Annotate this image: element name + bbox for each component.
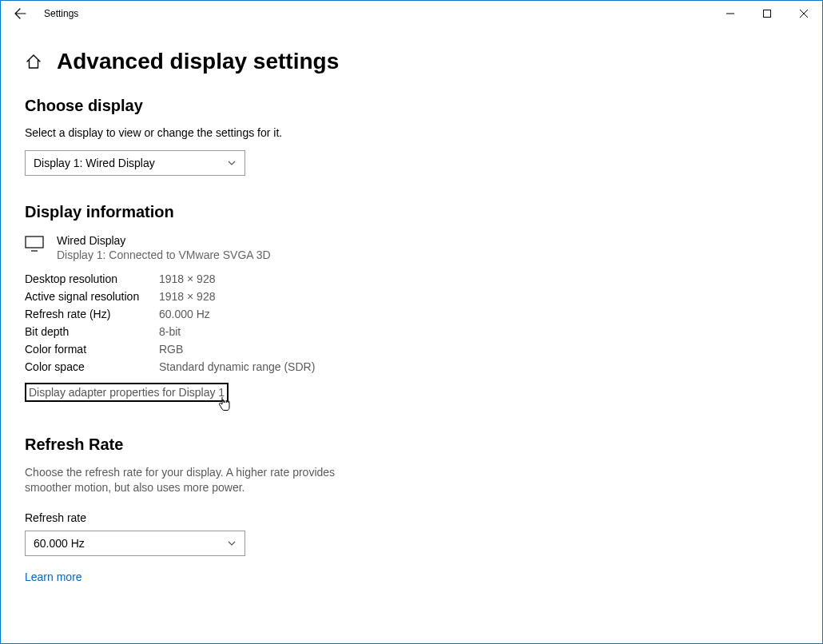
info-row: Desktop resolution1918 × 928 (25, 272, 798, 285)
adapter-properties-link[interactable]: Display adapter properties for Display 1 (25, 383, 229, 402)
maximize-icon (763, 10, 771, 18)
info-key: Active signal resolution (25, 290, 159, 303)
titlebar: Settings (1, 1, 822, 26)
learn-more-link[interactable]: Learn more (25, 570, 82, 583)
chevron-down-icon (227, 539, 237, 548)
adapter-link-label: Display adapter properties for Display 1 (29, 386, 225, 399)
chevron-down-icon (227, 158, 237, 168)
refresh-rate-select[interactable]: 60.000 Hz (25, 531, 245, 556)
home-button[interactable] (25, 53, 42, 70)
close-button[interactable] (785, 1, 822, 26)
info-key: Bit depth (25, 325, 159, 338)
svg-rect-0 (764, 10, 771, 18)
device-name: Wired Display (57, 234, 271, 247)
refresh-rate-label: Refresh rate (25, 511, 798, 524)
choose-display-heading: Choose display (25, 97, 798, 115)
info-row: Color formatRGB (25, 343, 798, 356)
info-key: Color format (25, 343, 159, 356)
monitor-icon (25, 234, 54, 255)
refresh-rate-value: 60.000 Hz (34, 537, 85, 550)
home-icon (25, 53, 42, 70)
display-info-heading: Display information (25, 203, 798, 221)
choose-display-desc: Select a display to view or change the s… (25, 126, 798, 139)
display-select[interactable]: Display 1: Wired Display (25, 150, 245, 176)
info-key: Refresh rate (Hz) (25, 308, 159, 320)
info-table: Desktop resolution1918 × 928 Active sign… (25, 272, 798, 373)
minimize-button[interactable] (712, 1, 749, 26)
info-key: Color space (25, 360, 159, 373)
display-select-value: Display 1: Wired Display (34, 157, 155, 169)
info-row: Refresh rate (Hz)60.000 Hz (25, 308, 798, 320)
minimize-icon (726, 10, 734, 18)
info-val: 8-bit (159, 325, 181, 338)
info-val: 1918 × 928 (159, 290, 215, 303)
info-row: Active signal resolution1918 × 928 (25, 290, 798, 303)
info-val: 60.000 Hz (159, 308, 210, 320)
close-icon (800, 10, 808, 18)
back-arrow-icon (14, 7, 26, 20)
svg-rect-1 (26, 237, 43, 248)
info-val: Standard dynamic range (SDR) (159, 360, 315, 373)
window-title: Settings (44, 8, 712, 19)
device-sub: Display 1: Connected to VMware SVGA 3D (57, 248, 271, 261)
refresh-rate-desc: Choose the refresh rate for your display… (25, 465, 360, 495)
info-row: Color spaceStandard dynamic range (SDR) (25, 360, 798, 373)
cursor-pointer-icon (217, 396, 232, 411)
back-button[interactable] (1, 1, 39, 26)
info-row: Bit depth8-bit (25, 325, 798, 338)
info-val: 1918 × 928 (159, 272, 215, 285)
maximize-button[interactable] (749, 1, 785, 26)
refresh-rate-heading: Refresh Rate (25, 435, 798, 454)
page-title: Advanced display settings (57, 49, 339, 74)
info-val: RGB (159, 343, 183, 356)
info-key: Desktop resolution (25, 272, 159, 285)
